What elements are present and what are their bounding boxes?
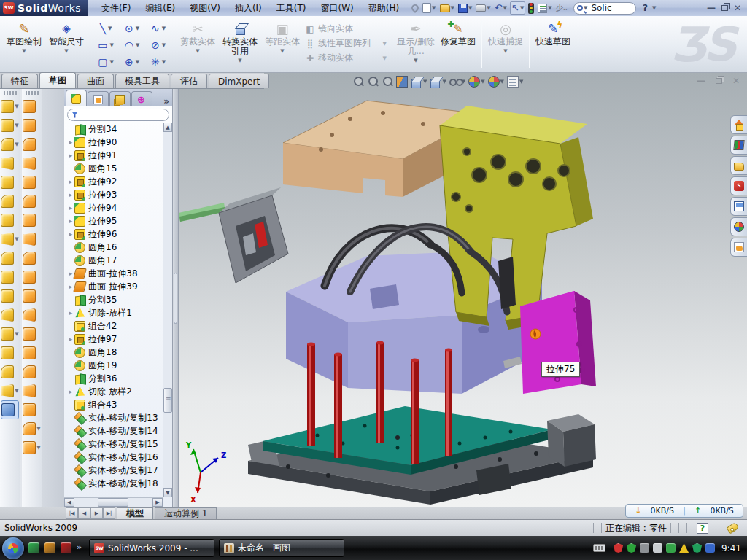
sketch-entity-button-7[interactable]: ⊕▼	[119, 53, 145, 70]
panel-splitter[interactable]	[173, 89, 179, 507]
tree-item-曲面-拉伸39[interactable]: ▸曲面-拉伸39	[67, 280, 163, 293]
dropdown-icon[interactable]: ▼	[108, 26, 112, 31]
pin-toolbar-icon[interactable]	[411, 1, 419, 15]
tree-filter-input[interactable]	[67, 109, 169, 121]
close-button[interactable]: ✕	[734, 4, 741, 12]
tree-item-分割36[interactable]: 分割36	[67, 372, 163, 385]
tree-item-拉伸95[interactable]: ▸拉伸95	[67, 214, 163, 228]
tree-item-拉伸93[interactable]: ▸拉伸93	[67, 188, 163, 201]
dropdown-icon[interactable]: ▼	[162, 59, 166, 65]
menu-item-4[interactable]: 工具(T)	[269, 1, 314, 16]
network-speed-widget[interactable]: ↓ 0KB/S | ↑ 0KB/S	[625, 504, 743, 518]
file-explorer-tab[interactable]	[730, 156, 747, 175]
taskbar-clock[interactable]: 9:41	[721, 543, 741, 553]
dropdown-icon[interactable]: ▼	[442, 79, 446, 85]
view-orientation-button[interactable]: ▼	[411, 76, 427, 88]
split-button[interactable]	[1, 268, 18, 287]
alert-tray-icon[interactable]	[679, 543, 689, 553]
expand-icon[interactable]: ▸	[67, 204, 74, 211]
options-button[interactable]: ▼	[537, 1, 552, 15]
menu-item-2[interactable]: 视图(V)	[182, 1, 228, 16]
tab-特征[interactable]: 特征	[1, 74, 38, 88]
certificate-tray-icon[interactable]	[640, 543, 649, 553]
scroll-thumb[interactable]	[98, 498, 128, 507]
dropdown-icon[interactable]: ▼	[15, 104, 18, 109]
freeform-button[interactable]: ▼	[23, 419, 40, 438]
solidworks-icon[interactable]	[61, 542, 71, 553]
tree-item-圆角19[interactable]: 圆角19	[67, 359, 163, 372]
sketch-entity-button-6[interactable]: ▢▼	[93, 53, 119, 70]
sketch-entity-button-5[interactable]: ⊘▼	[145, 36, 171, 53]
appearances-button[interactable]: ▼	[468, 76, 484, 88]
swept-boss-button[interactable]	[1, 154, 18, 173]
display-style-button[interactable]: ▼	[430, 76, 446, 88]
undo-button[interactable]: ↶▼	[494, 1, 508, 15]
tree-vertical-scrollbar[interactable]: ▲ ▼	[163, 122, 172, 497]
menu-item-6[interactable]: 帮助(H)	[361, 1, 406, 16]
curve-button[interactable]: ▼	[1, 381, 18, 400]
design-library-tab[interactable]	[730, 136, 747, 155]
exploded-mold-assembly-model[interactable]: Y Z X	[179, 73, 747, 507]
hide-show-items-button[interactable]: ▼	[449, 76, 465, 88]
featuremanager-tab[interactable]	[66, 90, 87, 106]
tree-item-圆角17[interactable]: 圆角17	[67, 254, 163, 267]
propertymanager-tab[interactable]	[88, 91, 109, 106]
audio-tray-icon[interactable]	[653, 543, 662, 553]
taskbar-task-SolidWorks 2009 - ...[interactable]: SWSolidWorks 2009 - ...	[89, 539, 214, 557]
expand-icon[interactable]: ▸	[67, 178, 74, 185]
thicken-button[interactable]	[23, 381, 40, 400]
rapid-sketch-button[interactable]: ✎ϟ 快速草图	[532, 18, 574, 71]
save-button[interactable]: ▼	[457, 1, 473, 15]
scroll-thumb[interactable]	[163, 388, 172, 413]
dropdown-icon[interactable]: ▼	[15, 141, 18, 147]
security-suite-icon[interactable]	[44, 542, 55, 553]
select-button[interactable]: ↖▼	[510, 1, 525, 15]
tab-nav-3[interactable]: ▶|	[103, 508, 115, 519]
scroll-right-icon[interactable]: ▶	[152, 498, 163, 507]
combine-button[interactable]	[1, 287, 18, 306]
tree-item-分割35[interactable]: 分割35	[67, 293, 163, 306]
sketch-entity-button-2[interactable]: ∿▼	[145, 20, 171, 36]
extruded-boss-button[interactable]: ▼	[1, 97, 18, 116]
dropdown-icon[interactable]: ▼	[136, 42, 139, 48]
tree-item-曲面-拉伸38[interactable]: ▸曲面-拉伸38	[67, 267, 163, 280]
menu-item-0[interactable]: 文件(F)	[94, 1, 138, 16]
view-palette-tab[interactable]	[730, 197, 747, 216]
zoom-fit-button[interactable]	[352, 76, 364, 88]
configurationmanager-tab[interactable]	[109, 91, 131, 106]
tree-item-组合42[interactable]: 组合42	[67, 319, 163, 332]
tab-评估[interactable]: 评估	[171, 74, 207, 88]
dimxpertmanager-tab[interactable]: ⊕	[131, 91, 152, 106]
sketch-entity-button-4[interactable]: ◠▼	[119, 36, 145, 53]
filled-surface-button[interactable]	[23, 192, 40, 211]
tree-item-圆角15[interactable]: 圆角15	[67, 162, 163, 175]
tree-item-拉伸91[interactable]: ▸拉伸91	[67, 149, 163, 162]
dropdown-icon[interactable]: ▼	[109, 59, 113, 65]
new-document-button[interactable]: ▼	[422, 1, 436, 15]
blocked-tray-icon[interactable]	[705, 543, 715, 553]
dropdown-icon[interactable]: ▼	[15, 331, 18, 337]
tree-item-实体-移动/复制16[interactable]: 实体-移动/复制16	[67, 451, 163, 464]
scene-button[interactable]: ▼	[488, 76, 504, 88]
annotations-button[interactable]: ▼	[507, 76, 523, 88]
sketch-entity-button-1[interactable]: ⊙▼	[119, 20, 145, 36]
repair-sketch-button[interactable]: ✎✚ 修复草图	[437, 18, 479, 71]
revolved-surface-button[interactable]	[23, 116, 40, 135]
expand-icon[interactable]: ▸	[67, 335, 74, 343]
tree-horizontal-scrollbar[interactable]: ◀ ▶	[64, 497, 163, 507]
tree-item-切除-放样1[interactable]: ▸切除-放样1	[67, 306, 163, 319]
tree-item-切除-放样2[interactable]: ▸切除-放样2	[67, 385, 163, 398]
tree-item-实体-移动/复制14[interactable]: 实体-移动/复制14	[67, 424, 163, 438]
doc-close-button[interactable]: ✕	[732, 77, 740, 85]
menu-item-1[interactable]: 编辑(E)	[138, 1, 182, 16]
tree-item-实体-移动/复制17[interactable]: 实体-移动/复制17	[67, 464, 163, 477]
extend-surface-button[interactable]	[23, 324, 40, 343]
toolbar-overflow[interactable]: 少..	[555, 1, 568, 15]
trim-surface-button[interactable]	[23, 343, 40, 362]
dropdown-icon[interactable]: ▼	[481, 79, 484, 85]
linear-pattern-button[interactable]: ▼	[1, 230, 18, 249]
swept-surface-button[interactable]	[23, 135, 40, 154]
ime-keyboard-icon[interactable]	[593, 544, 605, 552]
ruled-surface-button[interactable]	[23, 249, 40, 268]
tree-item-拉伸97[interactable]: ▸拉伸97	[67, 332, 163, 346]
